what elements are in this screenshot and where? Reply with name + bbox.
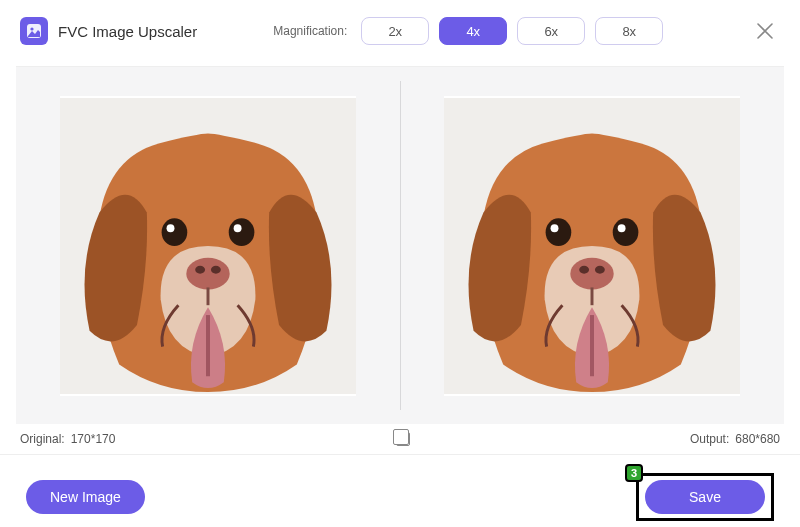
svg-point-15 bbox=[571, 257, 614, 289]
magnification-6x[interactable]: 6x bbox=[517, 17, 585, 45]
output-dimensions: Output: 680*680 bbox=[690, 432, 780, 446]
new-image-button[interactable]: New Image bbox=[26, 480, 145, 514]
callout-badge: 3 bbox=[625, 464, 643, 482]
svg-point-5 bbox=[166, 224, 174, 232]
magnification-4x[interactable]: 4x bbox=[439, 17, 507, 45]
original-panel bbox=[16, 67, 400, 424]
svg-point-4 bbox=[228, 218, 254, 246]
original-dimensions: Original: 170*170 bbox=[20, 432, 115, 446]
svg-point-14 bbox=[618, 224, 626, 232]
save-callout: 3 Save bbox=[636, 473, 774, 521]
preview-area bbox=[16, 66, 784, 424]
upscaled-image bbox=[444, 96, 740, 396]
svg-point-12 bbox=[613, 218, 639, 246]
logo-area: FVC Image Upscaler bbox=[20, 17, 197, 45]
output-value: 680*680 bbox=[735, 432, 780, 446]
save-button[interactable]: Save bbox=[645, 480, 765, 514]
svg-point-6 bbox=[233, 224, 241, 232]
output-panel bbox=[401, 67, 785, 424]
svg-point-11 bbox=[546, 218, 572, 246]
magnification-label: Magnification: bbox=[273, 24, 347, 38]
compare-icon[interactable] bbox=[396, 432, 410, 446]
output-label: Output: bbox=[690, 432, 729, 446]
original-value: 170*170 bbox=[71, 432, 116, 446]
app-title: FVC Image Upscaler bbox=[58, 23, 197, 40]
magnification-2x[interactable]: 2x bbox=[361, 17, 429, 45]
header: FVC Image Upscaler Magnification: 2x 4x … bbox=[0, 0, 800, 58]
svg-point-9 bbox=[211, 265, 221, 273]
svg-point-13 bbox=[551, 224, 559, 232]
svg-point-16 bbox=[579, 265, 589, 273]
info-row: Original: 170*170 Output: 680*680 bbox=[0, 424, 800, 455]
svg-point-17 bbox=[595, 265, 605, 273]
footer: New Image 3 Save bbox=[0, 455, 800, 527]
original-label: Original: bbox=[20, 432, 65, 446]
close-icon[interactable] bbox=[750, 16, 780, 46]
app-logo-icon bbox=[20, 17, 48, 45]
magnification-controls: Magnification: 2x 4x 6x 8x bbox=[273, 17, 663, 45]
svg-point-3 bbox=[161, 218, 187, 246]
svg-point-1 bbox=[30, 27, 33, 30]
original-image bbox=[60, 96, 356, 396]
svg-point-8 bbox=[195, 265, 205, 273]
magnification-8x[interactable]: 8x bbox=[595, 17, 663, 45]
svg-point-7 bbox=[186, 257, 229, 289]
